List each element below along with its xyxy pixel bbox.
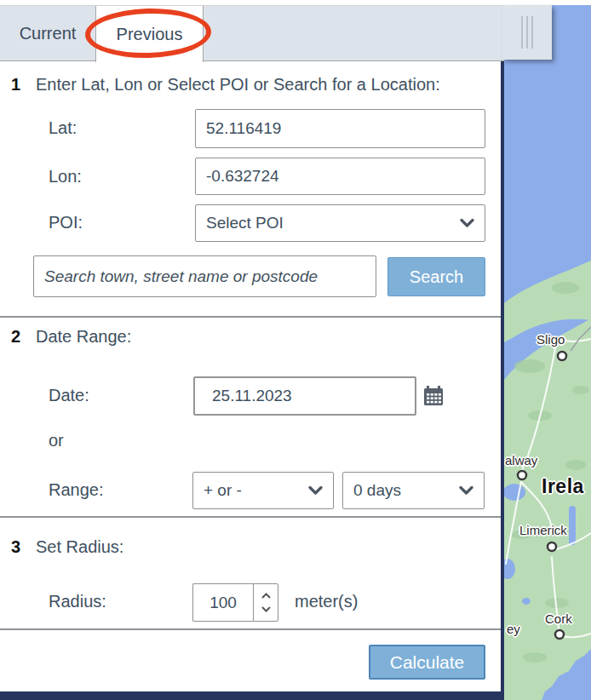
step3-number: 3: [11, 537, 32, 557]
map-label-limerick: Limerick: [519, 523, 567, 537]
lon-label: Lon:: [49, 167, 82, 186]
date-label: Date:: [49, 386, 89, 405]
city-marker-sligo: [558, 352, 566, 360]
date-field[interactable]: [193, 376, 416, 416]
map-label-galway: alway: [505, 453, 537, 468]
date-input[interactable]: [195, 386, 422, 406]
lon-input[interactable]: [195, 158, 485, 195]
radius-unit-label: meter(s): [295, 592, 358, 611]
step1-number: 1: [11, 75, 32, 95]
map-label-sligo: Sligo: [536, 332, 565, 347]
poi-select[interactable]: Select POI: [195, 204, 485, 242]
range-days-select[interactable]: 0 days: [342, 472, 485, 509]
range-label: Range:: [49, 480, 104, 500]
location-search-input[interactable]: [33, 255, 376, 297]
radius-input[interactable]: [192, 583, 253, 622]
step2-title: Date Range:: [36, 327, 131, 347]
city-marker-cork: [555, 630, 564, 639]
radius-spinner[interactable]: [253, 583, 278, 622]
lat-input[interactable]: [195, 109, 485, 148]
step2-number: 2: [11, 327, 32, 347]
range-days-value: 0 days: [353, 481, 401, 500]
step3-title: Set Radius:: [36, 537, 123, 557]
map-terrain: [504, 5, 591, 700]
spinner-up-icon[interactable]: [261, 593, 271, 599]
radius-label: Radius:: [49, 592, 106, 611]
poi-label: POI:: [49, 213, 83, 232]
map-canvas[interactable]: Sligo alway Irela Limerick ey Cork: [504, 5, 591, 700]
panel-collapse-handle[interactable]: [502, 5, 552, 60]
map-label-ireland: Irela: [542, 475, 584, 498]
map-label-cork: Cork: [545, 611, 572, 626]
poi-select-value: Select POI: [206, 214, 284, 232]
tab-previous[interactable]: Previous: [95, 6, 204, 62]
range-sign-value: + or -: [204, 481, 242, 500]
step1-title: Enter Lat, Lon or Select POI or Search f…: [36, 75, 440, 95]
chevron-down-icon: [308, 486, 323, 496]
grip-lines-icon: [521, 16, 523, 49]
calendar-icon[interactable]: [422, 385, 445, 407]
calculate-button[interactable]: Calculate: [369, 645, 485, 680]
city-marker-galway: [518, 471, 526, 479]
range-sign-select[interactable]: + or -: [192, 472, 334, 509]
lat-label: Lat:: [49, 118, 77, 138]
search-button[interactable]: Search: [387, 257, 485, 296]
city-marker-limerick: [548, 542, 556, 551]
spinner-down-icon[interactable]: [261, 606, 271, 612]
tab-previous-label: Previous: [117, 25, 183, 44]
tab-current[interactable]: Current: [0, 6, 96, 60]
section-divider: [0, 316, 501, 318]
tab-bar: Current Previous: [0, 5, 504, 61]
section-divider: [0, 628, 501, 630]
or-label: or: [49, 431, 64, 450]
tab-current-label: Current: [20, 24, 77, 43]
radius-stepper: [192, 583, 278, 622]
section-divider: [0, 516, 501, 518]
chevron-down-icon: [459, 486, 473, 496]
chevron-down-icon: [460, 219, 474, 228]
map-label-killarney: ey: [507, 622, 520, 636]
search-panel: Current Previous 1 Enter Lat, Lon or Sel…: [0, 5, 504, 700]
